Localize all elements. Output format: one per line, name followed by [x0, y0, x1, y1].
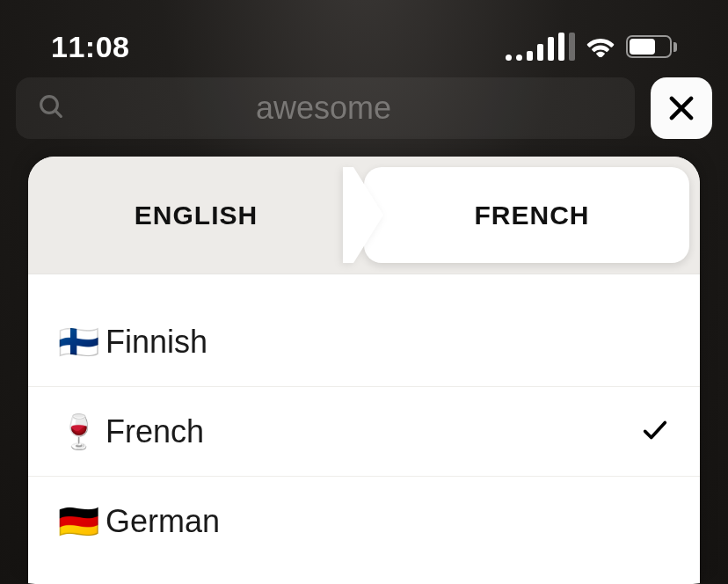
wifi-icon: [586, 35, 615, 58]
language-tabs: ENGLISH FRENCH: [28, 157, 700, 274]
status-time: 11:08: [51, 30, 129, 64]
language-panel: ENGLISH FRENCH 🇫🇮 Finnish 🍷 French 🇩🇪 Ge…: [28, 157, 700, 584]
language-label: German: [106, 503, 670, 540]
cellular-icon: [506, 33, 575, 61]
search-row: awesome: [0, 69, 728, 139]
search-value: awesome: [33, 90, 614, 127]
battery-icon: [626, 35, 677, 58]
language-label: Finnish: [106, 324, 670, 361]
tab-source-language[interactable]: ENGLISH: [28, 157, 364, 274]
language-list: 🇫🇮 Finnish 🍷 French 🇩🇪 German: [28, 274, 700, 566]
close-button[interactable]: [651, 77, 712, 139]
tab-target-label: FRENCH: [475, 201, 590, 230]
tab-target-language[interactable]: FRENCH: [364, 157, 700, 274]
tab-source-label: ENGLISH: [135, 201, 258, 230]
checkmark-icon: [640, 415, 670, 449]
list-item[interactable]: 🇩🇪 German: [28, 477, 700, 566]
flag-icon: 🇩🇪: [58, 502, 106, 541]
flag-icon: 🍷: [58, 412, 106, 451]
flag-icon: 🇫🇮: [58, 323, 106, 361]
close-icon: [665, 91, 698, 125]
list-item[interactable]: 🍷 French: [28, 387, 700, 477]
status-indicators: [506, 33, 677, 61]
list-item[interactable]: 🇫🇮 Finnish: [28, 297, 700, 387]
language-label: French: [106, 413, 640, 450]
search-input[interactable]: awesome: [16, 77, 635, 139]
status-bar: 11:08: [0, 0, 728, 69]
